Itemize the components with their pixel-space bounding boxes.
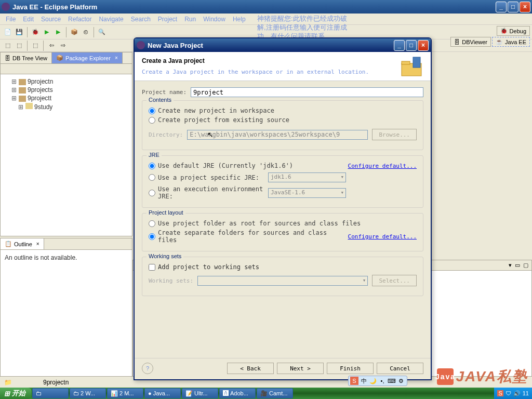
- run-icon[interactable]: ▶: [42, 27, 52, 37]
- select-working-set-button: Select...: [372, 275, 417, 286]
- configure-jre-link[interactable]: Configure default...: [348, 163, 417, 169]
- watermark: Java JAVA私塾: [437, 367, 528, 387]
- svg-rect-2: [413, 57, 420, 68]
- tab-db-tree[interactable]: 🗄 DB Tree View: [1, 52, 52, 63]
- menu-file[interactable]: File: [2, 15, 19, 24]
- back-icon[interactable]: ⇦: [46, 41, 57, 51]
- menu-navigate[interactable]: Navigate: [95, 15, 127, 24]
- menu-project[interactable]: Project: [154, 15, 181, 24]
- system-tray[interactable]: S 🛡 🔊 11: [494, 388, 532, 399]
- tray-icon-2[interactable]: 🔊: [513, 390, 521, 397]
- window-title: Java EE - Eclipse Platform: [12, 3, 496, 11]
- checkbox-working-sets[interactable]: [149, 264, 155, 271]
- task-item-4[interactable]: 📝 Ultr...: [182, 388, 218, 398]
- close-outline-icon[interactable]: ×: [36, 241, 39, 247]
- perspective-dbviewer[interactable]: 🗄 DBViewer: [450, 37, 491, 47]
- ime-icon[interactable]: S: [350, 377, 358, 385]
- tree-item-9projects[interactable]: 9projects: [4, 86, 129, 94]
- run-ext-icon[interactable]: ▶: [53, 27, 63, 37]
- save-icon[interactable]: 💾: [14, 27, 24, 37]
- directory-input: [187, 130, 368, 140]
- back-button[interactable]: < Back: [227, 363, 274, 374]
- working-sets-select: [197, 276, 368, 286]
- main-titlebar: Java EE - Eclipse Platform _ □ ×: [0, 0, 532, 14]
- task-item-5[interactable]: 🅰 Adob...: [219, 388, 256, 398]
- new-icon[interactable]: 📄: [3, 27, 13, 37]
- menu-run[interactable]: Run: [181, 15, 200, 24]
- tab-outline[interactable]: 📋 Outline ×: [1, 238, 44, 249]
- menu-window[interactable]: Window: [200, 15, 229, 24]
- tree-item-9study[interactable]: 9study: [4, 102, 129, 111]
- maximize-view-icon[interactable]: ▢: [523, 262, 528, 269]
- java-logo-icon: Java: [437, 368, 454, 385]
- tray-clock[interactable]: 11: [523, 390, 529, 396]
- radio-env-jre[interactable]: [149, 190, 155, 196]
- new-class-icon[interactable]: ©: [81, 27, 91, 37]
- dialog-close-button[interactable]: ×: [418, 40, 429, 51]
- task-item-1[interactable]: 🗀 2 W...: [70, 388, 106, 398]
- tb-icon-b[interactable]: ⬚: [14, 41, 24, 51]
- forward-icon[interactable]: ⇨: [58, 41, 68, 51]
- menu-search[interactable]: Search: [127, 15, 154, 24]
- task-item-3[interactable]: ● Java...: [144, 388, 181, 398]
- menu-help[interactable]: Help: [229, 15, 249, 24]
- tray-icon-1[interactable]: 🛡: [506, 390, 511, 396]
- configure-layout-link[interactable]: Configure default...: [348, 233, 417, 240]
- minimize-button[interactable]: _: [496, 2, 507, 12]
- directory-label: Directory:: [149, 131, 183, 138]
- view-tabs: 🗄 DB Tree View 📦 Package Explorer×: [1, 52, 132, 64]
- next-button[interactable]: Next >: [277, 363, 324, 374]
- start-button[interactable]: ⊞ 开始: [0, 388, 32, 399]
- debug-icon[interactable]: 🐞: [30, 27, 41, 37]
- radio-existing-source[interactable]: [149, 117, 155, 124]
- maximize-button[interactable]: □: [508, 2, 518, 12]
- perspective-javaee[interactable]: ☕ Java EE: [492, 37, 530, 47]
- tb-icon-a[interactable]: ⬚: [3, 41, 13, 51]
- task-item-6[interactable]: 🎥 Camt...: [257, 388, 293, 398]
- package-explorer-tree[interactable]: 9projectn 9projects 9projectt 9study: [1, 74, 132, 236]
- tb-icon-c[interactable]: ⬚: [30, 41, 41, 51]
- dialog-heading: Create a Java project: [142, 57, 423, 64]
- radio-specific-jre[interactable]: [149, 174, 155, 181]
- cancel-button[interactable]: Cancel: [377, 363, 423, 374]
- new-package-icon[interactable]: 📦: [69, 27, 79, 37]
- ime-kbd-icon[interactable]: ⌨: [388, 377, 396, 385]
- close-button[interactable]: ×: [520, 2, 530, 12]
- minimize-view-icon[interactable]: ▭: [515, 262, 520, 269]
- perspective-debug[interactable]: 🐞 Debug: [497, 26, 530, 36]
- status-text: 9projectn: [43, 379, 69, 386]
- dialog-titlebar[interactable]: New Java Project _ □ ×: [135, 38, 431, 52]
- menu-refactor[interactable]: Refactor: [64, 15, 95, 24]
- menu-source[interactable]: Source: [37, 15, 64, 24]
- task-item-0[interactable]: 🗀: [32, 388, 69, 398]
- working-sets-label: Working sets:: [149, 277, 193, 284]
- env-jre-select: JavaSE-1.6: [268, 188, 346, 198]
- radio-separate-folders[interactable]: [149, 233, 155, 240]
- ime-punct-icon[interactable]: •,: [378, 377, 387, 385]
- tree-item-9projectn[interactable]: 9projectn: [4, 77, 129, 86]
- close-tab-icon[interactable]: ×: [115, 55, 118, 61]
- finish-button[interactable]: Finish: [327, 363, 374, 374]
- language-bar[interactable]: S 中 🌙 •, ⌨ ⚙: [348, 376, 407, 386]
- project-name-input[interactable]: [191, 87, 423, 97]
- radio-root-folder[interactable]: [149, 220, 155, 227]
- radio-create-new[interactable]: [149, 108, 155, 114]
- ime-moon-icon[interactable]: 🌙: [369, 377, 377, 385]
- working-sets-group: Working sets Add project to working sets…: [142, 257, 423, 296]
- specific-jre-select: jdk1.6: [268, 172, 346, 182]
- menu-edit[interactable]: Edit: [19, 15, 37, 24]
- dialog-minimize-button[interactable]: _: [394, 40, 405, 51]
- jre-group: JRE Use default JRE (Currently 'jdk1.6')…: [142, 155, 423, 208]
- ime-mode-icon[interactable]: 中: [360, 377, 368, 385]
- task-item-2[interactable]: 📊 2 M...: [107, 388, 143, 398]
- search-icon[interactable]: 🔍: [97, 27, 107, 37]
- tab-package-explorer[interactable]: 📦 Package Explorer×: [52, 52, 123, 63]
- dialog-maximize-button[interactable]: □: [406, 40, 417, 51]
- status-icon: 📁: [4, 379, 12, 386]
- tray-ime-icon[interactable]: S: [497, 390, 503, 396]
- view-menu-icon[interactable]: ▾: [509, 262, 512, 269]
- tree-item-9projectt[interactable]: 9projectt: [4, 94, 129, 102]
- ime-settings-icon[interactable]: ⚙: [397, 377, 405, 385]
- help-button[interactable]: ?: [142, 363, 153, 374]
- radio-default-jre[interactable]: [149, 163, 155, 169]
